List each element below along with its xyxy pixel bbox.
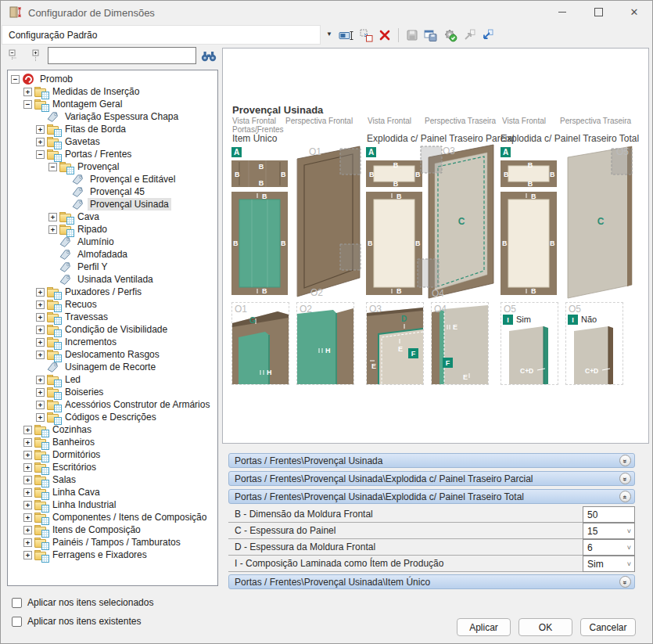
tree-item[interactable]: −Provençal: [8, 160, 217, 173]
expand-node-box[interactable]: +: [36, 376, 45, 384]
save-config-icon[interactable]: [424, 29, 438, 42]
section-header[interactable]: Portas / Frentes\Provençal Usinada\Explo…: [228, 489, 635, 504]
tree-item[interactable]: Provençal e Editável: [8, 173, 217, 185]
expand-node-box[interactable]: +: [23, 488, 32, 497]
cancel-button[interactable]: Cancelar: [580, 618, 636, 636]
param-value-select[interactable]: Sim˅: [583, 556, 635, 572]
section-header[interactable]: Portas / Frentes\Provençal Usinada\Explo…: [228, 471, 635, 486]
expand-node-box[interactable]: +: [36, 326, 45, 334]
tree-item[interactable]: +Ferragens e Fixadores: [8, 549, 217, 561]
tree-item[interactable]: +Travessas: [8, 311, 217, 323]
expand-section-icon[interactable]: »: [619, 455, 631, 466]
expand-node-box[interactable]: +: [23, 438, 32, 447]
tree-item[interactable]: Perfil Y: [8, 261, 217, 273]
expand-node-box[interactable]: +: [23, 513, 32, 522]
tree-item[interactable]: +Deslocamento Rasgos: [8, 348, 217, 361]
expand-node-box[interactable]: +: [36, 351, 45, 359]
collapse-node-box[interactable]: −: [36, 150, 45, 159]
duplicate-icon[interactable]: [360, 29, 373, 42]
section-header[interactable]: Portas / Frentes\Provençal Usinada\Item …: [228, 574, 635, 589]
expand-node-box[interactable]: +: [48, 225, 57, 234]
tree-item[interactable]: +Escritórios: [8, 461, 217, 473]
tree-item[interactable]: +Banheiros: [8, 436, 217, 448]
tree-item[interactable]: −Portas / Frentes: [8, 148, 217, 160]
tree-item[interactable]: +Salas: [8, 473, 217, 486]
expand-all-icon[interactable]: [30, 49, 42, 64]
tree-item[interactable]: +Puxadores / Perfis: [8, 286, 217, 298]
tree-item[interactable]: Provençal 45: [8, 185, 217, 198]
apply-check-gear-icon[interactable]: [443, 29, 457, 42]
rename-icon[interactable]: [339, 29, 354, 41]
tree-item[interactable]: +Linha Cava: [8, 486, 217, 498]
save-icon[interactable]: [406, 29, 418, 41]
tree-item[interactable]: Usinagem de Recorte: [8, 361, 217, 373]
section-header[interactable]: Portas / Frentes\Provençal Usinada»: [228, 453, 635, 468]
tree-item[interactable]: +Componentes / Itens de Composição: [8, 511, 217, 523]
apply-existing-checkbox[interactable]: [12, 617, 22, 627]
expand-node-box[interactable]: +: [23, 526, 32, 534]
tree-item[interactable]: +Itens de Composição: [8, 523, 217, 536]
tree-item[interactable]: Almofadada: [8, 248, 217, 261]
param-value-input[interactable]: 50: [583, 506, 635, 523]
expand-node-box[interactable]: +: [23, 538, 32, 547]
param-value-select[interactable]: 6˅: [583, 539, 635, 556]
expand-node-box[interactable]: +: [36, 338, 45, 347]
tree-item[interactable]: +Cozinhas: [8, 423, 217, 436]
expand-node-box[interactable]: +: [23, 476, 32, 484]
apply-button[interactable]: Aplicar: [457, 618, 511, 636]
tree-item[interactable]: Alumínio: [8, 236, 217, 248]
expand-section-icon[interactable]: »: [619, 473, 631, 484]
expand-node-box[interactable]: +: [23, 463, 32, 472]
collapse-section-icon[interactable]: «: [619, 491, 631, 502]
ok-button[interactable]: OK: [518, 618, 572, 636]
import-icon[interactable]: [463, 29, 475, 41]
collapse-all-icon[interactable]: [9, 49, 21, 64]
expand-node-box[interactable]: +: [23, 451, 32, 459]
minimize-button[interactable]: [544, 1, 580, 23]
expand-node-box[interactable]: +: [23, 88, 32, 96]
expand-node-box[interactable]: +: [36, 288, 45, 297]
expand-node-box[interactable]: +: [36, 401, 45, 409]
tree-item[interactable]: −Promob: [8, 73, 217, 85]
collapse-node-box[interactable]: −: [23, 100, 32, 109]
expand-node-box[interactable]: +: [23, 551, 32, 559]
tree-item[interactable]: +Ripado: [8, 223, 217, 236]
tree-item[interactable]: +Dormitórios: [8, 448, 217, 461]
delete-icon[interactable]: [379, 29, 391, 41]
find-binoculars-icon[interactable]: [201, 50, 217, 64]
expand-section-icon[interactable]: »: [619, 576, 631, 588]
dropdown-arrow-icon[interactable]: ▼: [326, 31, 332, 38]
collapse-node-box[interactable]: −: [48, 163, 57, 171]
tree-item[interactable]: Usinada Ventilada: [8, 273, 217, 286]
tree-item[interactable]: +Códigos e Descrições: [8, 411, 217, 423]
tree-item[interactable]: +Fitas de Borda: [8, 123, 217, 135]
tree-item[interactable]: +Gavetas: [8, 135, 217, 148]
collapse-node-box[interactable]: −: [11, 75, 20, 84]
export-icon[interactable]: [481, 29, 493, 41]
preset-combobox[interactable]: Configuração Padrão: [2, 25, 321, 45]
expand-node-box[interactable]: +: [23, 501, 32, 509]
expand-node-box[interactable]: +: [23, 426, 32, 434]
expand-node-box[interactable]: +: [36, 313, 45, 322]
tree-item[interactable]: Provençal Usinada: [8, 198, 217, 210]
expand-node-box[interactable]: +: [36, 388, 45, 397]
param-value-select[interactable]: 15˅: [583, 523, 635, 539]
tree-item[interactable]: +Led: [8, 373, 217, 386]
tree-item[interactable]: +Incrementos: [8, 336, 217, 348]
tree-item[interactable]: Variação Espessura Chapa: [8, 110, 217, 123]
tree-item[interactable]: +Acessórios Construtor de Armários: [8, 398, 217, 411]
close-button[interactable]: ✕: [616, 1, 652, 23]
apply-selected-checkbox[interactable]: [12, 598, 22, 608]
maximize-button[interactable]: [580, 1, 616, 23]
expand-node-box[interactable]: +: [36, 138, 45, 146]
tree-item[interactable]: +Painéis / Tampos / Tamburatos: [8, 536, 217, 549]
search-input[interactable]: [48, 47, 196, 64]
tree-item[interactable]: +Linha Industrial: [8, 498, 217, 511]
expand-node-box[interactable]: +: [36, 125, 45, 134]
tree-item[interactable]: +Recuos: [8, 298, 217, 311]
tree-item[interactable]: +Boiseries: [8, 386, 217, 398]
tree-item[interactable]: +Condição de Visibilidade: [8, 323, 217, 336]
tree-item[interactable]: +Cava: [8, 210, 217, 223]
expand-node-box[interactable]: +: [48, 213, 57, 221]
tree-item[interactable]: −Montagem Geral: [8, 98, 217, 110]
